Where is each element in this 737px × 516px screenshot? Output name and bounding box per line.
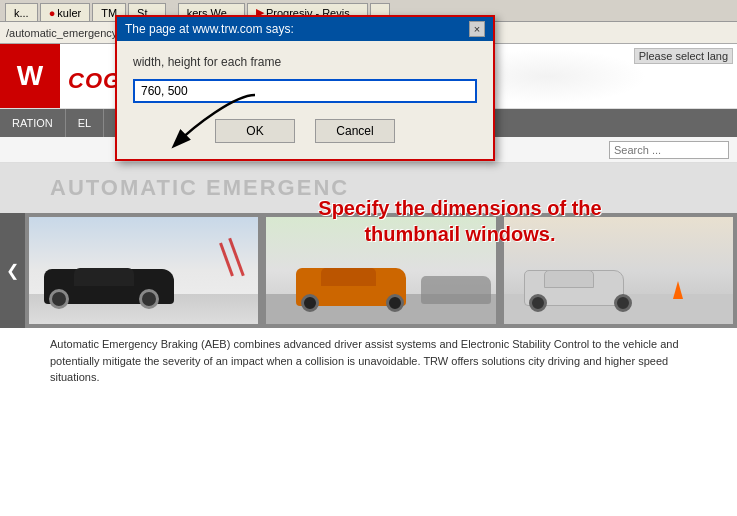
bottom-text: Automatic Emergency Braking (AEB) combin…: [0, 328, 737, 394]
images-row: ❮: [0, 213, 737, 328]
nav-el[interactable]: EL: [66, 109, 104, 137]
logo-text: W: [17, 60, 43, 92]
search-input[interactable]: [609, 141, 729, 159]
site-logo: W: [0, 44, 60, 108]
thumbnail-2[interactable]: [266, 217, 495, 324]
thumbnail-3[interactable]: [504, 217, 733, 324]
prev-arrow[interactable]: ❮: [0, 213, 25, 328]
page-title: AUTOMATIC EMERGENC: [50, 175, 349, 201]
page-content: AUTOMATIC EMERGENC ❮: [0, 163, 737, 394]
dialog-ok-button[interactable]: OK: [215, 119, 295, 143]
nav-integration[interactable]: RATION: [0, 109, 66, 137]
thumbnail-1[interactable]: [29, 217, 258, 324]
dialog-box: The page at www.trw.com says: × width, h…: [115, 15, 495, 161]
language-select[interactable]: Please select lang: [634, 48, 733, 64]
dialog-input[interactable]: [133, 79, 477, 103]
dialog-close-button[interactable]: ×: [469, 21, 485, 37]
bottom-paragraph: Automatic Emergency Braking (AEB) combin…: [50, 338, 679, 383]
page-title-bar: AUTOMATIC EMERGENC: [0, 163, 737, 213]
dialog-cancel-button[interactable]: Cancel: [315, 119, 395, 143]
dialog-title: The page at www.trw.com says:: [125, 22, 294, 36]
tab-1[interactable]: k...: [5, 3, 38, 21]
dialog-message: width, height for each frame: [133, 55, 477, 69]
dialog-buttons: OK Cancel: [133, 119, 477, 143]
dialog-titlebar: The page at www.trw.com says: ×: [117, 17, 493, 41]
dialog-body: width, height for each frame OK Cancel: [117, 41, 493, 159]
tab-kuler[interactable]: ●kuler: [40, 3, 91, 21]
